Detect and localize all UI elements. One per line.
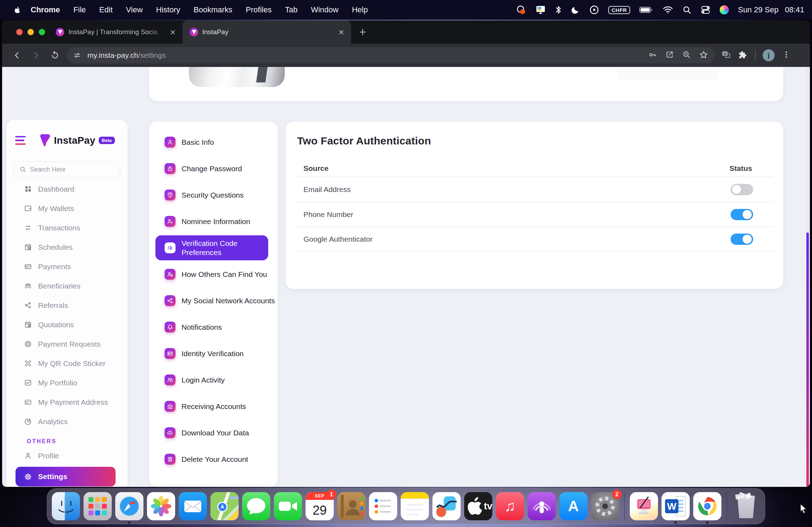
dock-app-store-icon[interactable]: A xyxy=(559,492,588,520)
dock-finder-icon[interactable] xyxy=(52,492,80,520)
scrollbar-thumb[interactable] xyxy=(806,232,809,487)
menu-bookmarks[interactable]: Bookmarks xyxy=(193,5,232,14)
wifi-icon[interactable] xyxy=(663,4,673,16)
sidebar-item-beneficiaries[interactable]: Beneficiaries xyxy=(6,276,128,296)
menu-view[interactable]: View xyxy=(126,5,143,14)
email-address-toggle[interactable] xyxy=(731,184,753,195)
sidebar-item-dashboard[interactable]: Dashboard xyxy=(6,179,128,199)
page-scrollbar[interactable] xyxy=(806,67,809,487)
sidebar-item-my-payment-address[interactable]: My Payment Address xyxy=(6,392,128,412)
dock-launchpad-icon[interactable] xyxy=(84,492,112,520)
dock-trash-icon[interactable] xyxy=(732,492,760,520)
settings-item-nominee-information[interactable]: Nominee Information xyxy=(149,208,278,235)
dock-mail-icon[interactable] xyxy=(179,492,207,520)
apple-menu-icon[interactable] xyxy=(13,6,20,14)
new-tab-button[interactable] xyxy=(357,26,369,38)
sidebar-item-my-portfolio[interactable]: My Portfolio xyxy=(6,373,128,392)
translate-icon[interactable]: a xyxy=(721,50,731,61)
dock-apple-tv-icon[interactable]: tv xyxy=(464,492,492,520)
menu-tab[interactable]: Tab xyxy=(285,5,297,14)
sidebar-item-my-wallets[interactable]: My Wallets xyxy=(6,199,128,218)
sidebar-item-transactions[interactable]: Transactions xyxy=(6,218,128,237)
sidebar-item-settings[interactable]: Settings xyxy=(16,467,116,486)
tab-close-icon[interactable] xyxy=(168,28,177,36)
menu-history[interactable]: History xyxy=(156,5,180,14)
siri-icon[interactable] xyxy=(720,5,729,14)
tab-instapay-app[interactable]: InstaPay xyxy=(183,20,351,44)
back-button[interactable] xyxy=(10,48,24,62)
menu-chrome[interactable]: Chrome xyxy=(31,5,60,14)
spotlight-search-icon[interactable] xyxy=(682,4,691,16)
dock-notes-icon[interactable] xyxy=(401,492,429,520)
dock-facetime-icon[interactable] xyxy=(274,492,302,520)
forward-button[interactable] xyxy=(29,48,43,62)
sidebar-item-analytics[interactable]: Analytics xyxy=(6,412,128,431)
dock-word-icon[interactable]: W xyxy=(662,492,690,520)
dock-cleanmymac-icon[interactable] xyxy=(630,492,658,520)
dock-photos-icon[interactable] xyxy=(147,492,175,520)
settings-item-change-password[interactable]: Change Password xyxy=(149,155,278,182)
address-bar[interactable]: my.insta-pay.ch/settings xyxy=(67,47,715,63)
settings-item-login-activity[interactable]: Login Activity xyxy=(149,367,278,393)
bookmark-star-icon[interactable] xyxy=(699,50,708,61)
header-action-button[interactable] xyxy=(617,67,719,80)
bluetooth-icon[interactable] xyxy=(555,4,561,16)
dock-maps-icon[interactable] xyxy=(210,492,239,520)
chrome-menu-kebab-icon[interactable] xyxy=(782,50,791,61)
dock-chrome-icon[interactable] xyxy=(693,492,721,520)
dock-safari-icon[interactable] xyxy=(115,492,143,520)
dock-podcasts-icon[interactable] xyxy=(528,492,556,520)
dock-music-icon[interactable]: ♫ xyxy=(496,492,524,520)
dock-calendar-icon[interactable]: 1 SEP 29 xyxy=(306,492,334,520)
settings-item-delete-your-account[interactable]: Delete Your Account xyxy=(149,446,278,472)
settings-item-receiving-accounts[interactable]: Receiving Accounts xyxy=(149,393,278,420)
instapay-logo[interactable]: InstaPay Beta xyxy=(40,134,115,147)
profile-avatar[interactable]: j xyxy=(763,49,775,61)
extensions-puzzle-icon[interactable] xyxy=(738,50,748,61)
settings-item-social-network-accounts[interactable]: My Social Network Accounts xyxy=(149,287,278,314)
sidebar-search-input[interactable]: Search Here xyxy=(14,162,120,177)
window-close-button[interactable] xyxy=(16,29,23,35)
status-app-icon[interactable] xyxy=(516,4,526,16)
open-in-new-icon[interactable] xyxy=(665,50,674,61)
dock-reminders-icon[interactable] xyxy=(369,492,397,520)
control-center-icon[interactable] xyxy=(701,4,710,16)
settings-item-how-others-can-find-you[interactable]: How Others Can Find You xyxy=(149,261,278,287)
menu-file[interactable]: File xyxy=(73,5,86,14)
settings-item-identity-verification[interactable]: Identity Verification xyxy=(149,340,278,367)
google-authenticator-toggle[interactable] xyxy=(731,234,753,245)
site-info-icon[interactable] xyxy=(70,49,84,62)
play-status-icon[interactable] xyxy=(589,4,599,16)
window-minimize-button[interactable] xyxy=(27,29,34,35)
focus-moon-icon[interactable] xyxy=(571,4,580,16)
sidebar-item-schedules[interactable]: Schedules xyxy=(6,237,128,257)
settings-item-verification-code-preferences[interactable]: Verification Code Preferences xyxy=(155,235,268,260)
dock-contacts-icon[interactable] xyxy=(337,492,365,520)
reload-button[interactable] xyxy=(48,48,62,62)
sidebar-item-quotations[interactable]: Quotations xyxy=(6,315,128,334)
menu-bar-time[interactable]: 08:41 xyxy=(785,5,804,14)
menu-help[interactable]: Help xyxy=(352,5,368,14)
phone-number-toggle[interactable] xyxy=(731,209,753,220)
display-mirroring-icon[interactable] xyxy=(535,4,546,16)
tab-close-icon[interactable] xyxy=(337,28,345,36)
battery-icon[interactable] xyxy=(639,4,653,16)
hamburger-menu-icon[interactable] xyxy=(15,136,26,145)
zoom-out-icon[interactable] xyxy=(682,50,691,61)
dock-messages-icon[interactable] xyxy=(242,492,270,520)
settings-item-basic-info[interactable]: Basic Info xyxy=(149,129,278,155)
url-text[interactable]: my.insta-pay.ch/settings xyxy=(87,51,648,60)
window-zoom-button[interactable] xyxy=(39,29,45,35)
dock-freeform-icon[interactable] xyxy=(432,492,461,520)
tab-instapay-marketing[interactable]: InstaPay | Transforming Socia xyxy=(49,20,180,44)
settings-item-notifications[interactable]: Notifications xyxy=(149,314,278,340)
menu-bar-date[interactable]: Sun 29 Sep xyxy=(738,5,779,14)
settings-item-download-your-data[interactable]: Download Your Data xyxy=(149,420,278,446)
sidebar-item-qr-code-sticker[interactable]: My QR Code Sticker xyxy=(6,354,128,373)
chfr-badge[interactable]: CHFR xyxy=(608,6,630,14)
sidebar-item-profile[interactable]: Profile xyxy=(6,446,128,465)
dock-system-settings-icon[interactable]: 2 xyxy=(591,492,619,520)
menu-profiles[interactable]: Profiles xyxy=(246,5,271,14)
sidebar-item-payment-requests[interactable]: Payment Requests xyxy=(6,334,128,354)
sidebar-item-payments[interactable]: Payments xyxy=(6,257,128,276)
